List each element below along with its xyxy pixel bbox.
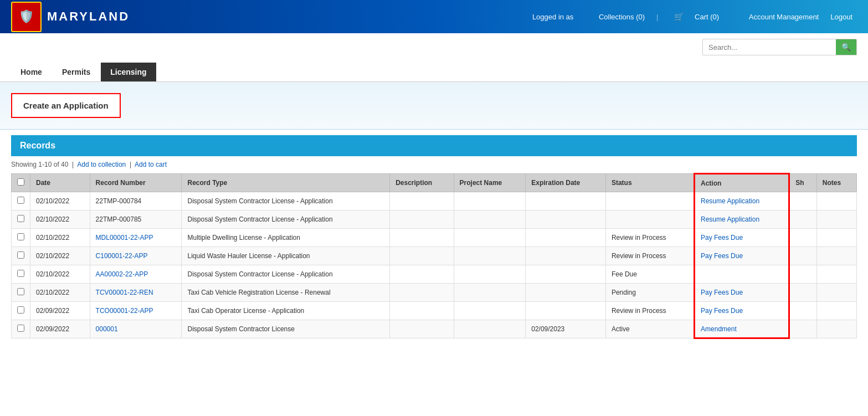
cell-status: Review in Process xyxy=(605,302,694,320)
nav-item-home[interactable]: Home xyxy=(11,63,52,81)
row-checkbox[interactable] xyxy=(17,233,24,240)
cell-record-number: 22TMP-000784 xyxy=(90,192,182,210)
cell-record-type: Multiple Dwelling License - Application xyxy=(182,229,390,247)
logout-link[interactable]: Logout xyxy=(826,13,857,21)
record-number-link[interactable]: TCV00001-22-REN xyxy=(96,289,153,296)
action-link[interactable]: Pay Fees Due xyxy=(701,307,743,315)
action-link[interactable]: Pay Fees Due xyxy=(701,252,743,260)
action-link[interactable]: Pay Fees Due xyxy=(701,289,743,296)
cell-description xyxy=(390,247,454,265)
cell-action[interactable]: Pay Fees Due xyxy=(695,229,789,247)
logged-in-label: Logged in as xyxy=(528,13,578,21)
row-checkbox[interactable] xyxy=(17,215,24,222)
cell-notes xyxy=(816,192,856,210)
record-number-link[interactable]: AA00002-22-APP xyxy=(96,270,148,278)
records-header: Records xyxy=(11,135,857,156)
cart-icon: 🛒 xyxy=(670,12,688,21)
record-number-link[interactable]: 000001 xyxy=(96,325,118,333)
cell-project-name xyxy=(454,320,526,338)
cell-sh xyxy=(789,265,817,284)
cell-record-number[interactable]: C100001-22-APP xyxy=(90,247,182,265)
cell-action[interactable]: Pay Fees Due xyxy=(695,247,789,265)
cell-date: 02/10/2022 xyxy=(30,265,90,284)
cell-notes xyxy=(816,302,856,320)
cell-action[interactable]: Pay Fees Due xyxy=(695,284,789,302)
cell-project-name xyxy=(454,192,526,210)
cell-date: 02/10/2022 xyxy=(30,247,90,265)
cell-record-number[interactable]: TCV00001-22-REN xyxy=(90,284,182,302)
table-row: 02/09/2022000001Disposal System Contract… xyxy=(12,320,857,338)
cell-notes xyxy=(816,320,856,338)
table-row: 02/10/2022MDL00001-22-APPMultiple Dwelli… xyxy=(12,229,857,247)
create-app-section: Create an Application xyxy=(0,82,868,130)
cell-record-type: Taxi Cab Operator License - Application xyxy=(182,302,390,320)
cell-record-number[interactable]: AA00002-22-APP xyxy=(90,265,182,284)
nav-bar: Home Permits Licensing xyxy=(0,58,868,82)
nav-link-permits[interactable]: Permits xyxy=(53,63,100,81)
cell-record-type: Disposal System Contractor License - App… xyxy=(182,265,390,284)
cell-status: Fee Due xyxy=(605,265,694,284)
cell-status: Review in Process xyxy=(605,229,694,247)
table-header-row: Date Record Number Record Type Descripti… xyxy=(12,174,857,192)
records-toolbar: Showing 1-10 of 40 | Add to collection |… xyxy=(11,156,857,173)
cart-link[interactable]: 🛒 Cart (0) xyxy=(665,12,728,21)
cell-date: 02/10/2022 xyxy=(30,284,90,302)
cell-description xyxy=(390,210,454,229)
action-link[interactable]: Resume Application xyxy=(701,215,759,223)
search-button[interactable]: 🔍 xyxy=(836,39,856,55)
search-box: 🔍 xyxy=(702,39,857,55)
action-link[interactable]: Resume Application xyxy=(701,197,759,205)
cell-record-number: 22TMP-000785 xyxy=(90,210,182,229)
cell-sh xyxy=(789,247,817,265)
cell-record-type: Disposal System Contractor License xyxy=(182,320,390,338)
record-number-link[interactable]: TCO00001-22-APP xyxy=(96,307,153,315)
record-number-link[interactable]: MDL00001-22-APP xyxy=(96,234,153,242)
search-input[interactable] xyxy=(703,40,836,55)
row-checkbox[interactable] xyxy=(17,306,24,314)
cell-action[interactable]: Resume Application xyxy=(695,210,789,229)
cell-record-number[interactable]: TCO00001-22-APP xyxy=(90,302,182,320)
table-row: 02/10/2022TCV00001-22-RENTaxi Cab Vehicl… xyxy=(12,284,857,302)
row-checkbox[interactable] xyxy=(17,288,24,295)
cell-record-number[interactable]: MDL00001-22-APP xyxy=(90,229,182,247)
cell-expiration-date xyxy=(526,265,606,284)
table-row: 02/10/2022AA00002-22-APPDisposal System … xyxy=(12,265,857,284)
col-checkbox xyxy=(12,174,30,192)
action-link[interactable]: Amendment xyxy=(701,325,737,333)
cell-date: 02/10/2022 xyxy=(30,229,90,247)
table-row: 02/10/202222TMP-000784Disposal System Co… xyxy=(12,192,857,210)
cell-action[interactable]: Amendment xyxy=(695,320,789,338)
cell-sh xyxy=(789,210,817,229)
collections-link[interactable]: Collections (0) xyxy=(594,13,649,21)
nav-item-licensing[interactable]: Licensing xyxy=(101,63,156,81)
record-number-link[interactable]: C100001-22-APP xyxy=(96,252,148,260)
search-icon: 🔍 xyxy=(841,43,851,52)
row-checkbox[interactable] xyxy=(17,197,24,204)
row-checkbox[interactable] xyxy=(17,270,24,277)
action-link[interactable]: Pay Fees Due xyxy=(701,234,743,242)
nav-link-licensing[interactable]: Licensing xyxy=(101,63,156,81)
cell-date: 02/10/2022 xyxy=(30,192,90,210)
add-to-cart-link[interactable]: Add to cart xyxy=(135,161,167,168)
create-application-button[interactable]: Create an Application xyxy=(11,93,121,118)
cell-notes xyxy=(816,284,856,302)
records-section: Records Showing 1-10 of 40 | Add to coll… xyxy=(0,130,868,345)
col-notes: Notes xyxy=(816,174,856,192)
cell-status xyxy=(605,192,694,210)
row-checkbox[interactable] xyxy=(17,251,24,259)
cell-record-number[interactable]: 000001 xyxy=(90,320,182,338)
cell-action[interactable]: Resume Application xyxy=(695,192,789,210)
select-all-checkbox[interactable] xyxy=(17,178,24,186)
add-to-collection-link[interactable]: Add to collection xyxy=(77,161,126,168)
account-management-link[interactable]: Account Management xyxy=(744,13,823,21)
nav-link-home[interactable]: Home xyxy=(11,63,52,81)
col-action: Action xyxy=(695,174,789,192)
row-checkbox[interactable] xyxy=(17,325,24,332)
col-expiration-date: Expiration Date xyxy=(526,174,606,192)
cell-notes xyxy=(816,229,856,247)
header-right: Logged in as Collections (0) | 🛒 Cart (0… xyxy=(528,12,857,21)
nav-item-permits[interactable]: Permits xyxy=(53,63,100,81)
cell-notes xyxy=(816,210,856,229)
cell-action[interactable]: Pay Fees Due xyxy=(695,302,789,320)
table-row: 02/10/202222TMP-000785Disposal System Co… xyxy=(12,210,857,229)
